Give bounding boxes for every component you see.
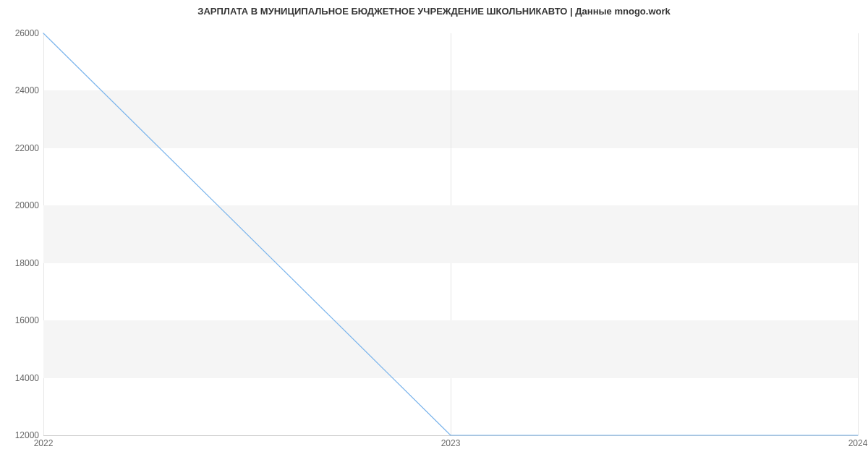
line-layer xyxy=(43,33,858,435)
y-tick-label: 20000 xyxy=(3,200,39,210)
y-tick-label: 18000 xyxy=(3,258,39,268)
x-tick-label: 2022 xyxy=(34,438,54,448)
chart-title: ЗАРПЛАТА В МУНИЦИПАЛЬНОЕ БЮДЖЕТНОЕ УЧРЕЖ… xyxy=(0,6,868,17)
series-line xyxy=(43,33,858,435)
y-tick-label: 24000 xyxy=(3,85,39,95)
x-tick-label: 2023 xyxy=(441,438,461,448)
y-tick-label: 16000 xyxy=(3,315,39,325)
plot-area xyxy=(43,33,858,436)
y-tick-label: 22000 xyxy=(3,143,39,153)
y-tick-label: 14000 xyxy=(3,373,39,383)
salary-chart: ЗАРПЛАТА В МУНИЦИПАЛЬНОЕ БЮДЖЕТНОЕ УЧРЕЖ… xyxy=(0,0,868,470)
x-tick-label: 2024 xyxy=(848,438,868,448)
grid-vertical xyxy=(858,33,859,435)
y-tick-label: 26000 xyxy=(3,28,39,38)
